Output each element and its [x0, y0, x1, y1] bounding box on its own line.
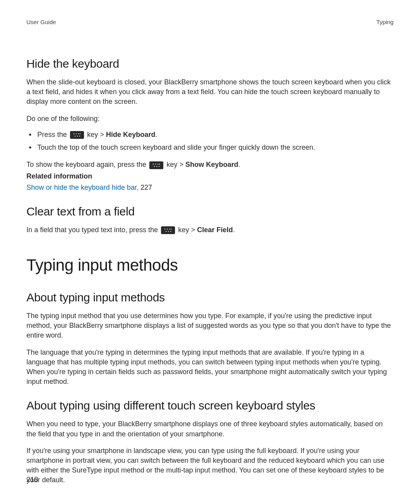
- paragraph: Do one of the following:: [26, 114, 394, 124]
- paragraph: The language that you're typing in deter…: [26, 348, 394, 387]
- list-item: Touch the top of the touch screen keyboa…: [36, 142, 394, 153]
- paragraph: When you need to type, your BlackBerry s…: [26, 419, 394, 439]
- related-link[interactable]: Show or hide the keyboard hide bar,: [26, 184, 140, 191]
- section-keyboard-styles: About typing using different touch scree…: [26, 399, 394, 485]
- header-right: Typing: [376, 19, 394, 25]
- paragraph: When the slide-out keyboard is closed, y…: [26, 77, 394, 107]
- section-about-input-methods: About typing input methods The typing in…: [26, 291, 394, 387]
- instruction-list: Press the key > Hide Keyboard. Touch the…: [26, 129, 394, 153]
- list-item: Press the key > Hide Keyboard.: [36, 129, 394, 140]
- related-link-line: Show or hide the keyboard hide bar, 227: [26, 183, 394, 192]
- related-information-label: Related information: [26, 172, 394, 181]
- menu-key-icon: [149, 161, 163, 169]
- section-clear-text: Clear text from a field In a field that …: [26, 205, 394, 235]
- menu-key-icon: [70, 131, 84, 139]
- heading-hide-keyboard: Hide the keyboard: [26, 57, 394, 70]
- header-left: User Guide: [26, 19, 56, 25]
- main-heading: Typing input methods: [26, 256, 394, 275]
- paragraph: To show the keyboard again, press the ke…: [26, 160, 394, 170]
- paragraph: In a field that you typed text into, pre…: [26, 225, 394, 235]
- page-number: 218: [26, 476, 38, 484]
- heading-keyboard-styles: About typing using different touch scree…: [26, 399, 394, 412]
- menu-key-icon: [161, 226, 175, 234]
- paragraph: If you're using your smartphone in lands…: [26, 446, 394, 485]
- page-header: User Guide Typing: [26, 19, 394, 25]
- section-hide-keyboard: Hide the keyboard When the slide-out key…: [26, 57, 394, 192]
- heading-clear-text: Clear text from a field: [26, 205, 394, 218]
- heading-about-input: About typing input methods: [26, 291, 394, 304]
- paragraph: The typing input method that you use det…: [26, 311, 394, 341]
